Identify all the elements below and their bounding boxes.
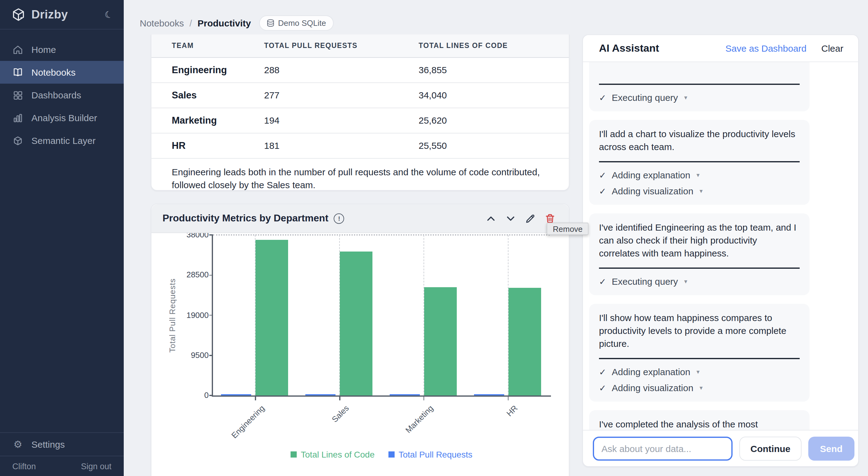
sidebar-item-semantic-layer[interactable]: Semantic Layer <box>0 129 124 152</box>
datasource-badge-label: Demo SQLite <box>278 19 326 28</box>
step-row[interactable]: ✓Executing query▾ <box>599 275 800 288</box>
breadcrumb-notebooks-link[interactable]: Notebooks <box>140 18 184 28</box>
sidebar-item-settings[interactable]: ⚙ Settings <box>0 432 124 456</box>
check-icon: ✓ <box>599 382 606 394</box>
pencil-icon <box>525 213 535 224</box>
assistant-message-text: I'll show how team happiness compares to… <box>599 311 800 350</box>
app-title: Drizby <box>31 8 104 21</box>
home-icon <box>12 44 23 55</box>
ask-data-input[interactable] <box>593 436 733 460</box>
assistant-message: I've identified Engineering as the top t… <box>589 213 809 295</box>
settings-label: Settings <box>31 439 65 449</box>
sidebar-item-label: Analysis Builder <box>31 112 97 123</box>
chart-toolbar <box>486 213 555 224</box>
bar-total-lines-of-code <box>256 240 288 396</box>
step-row[interactable]: ✓Adding visualization▾ <box>599 185 800 197</box>
table-cell: 181 <box>264 133 418 158</box>
check-icon: ✓ <box>599 275 606 288</box>
datasource-badge[interactable]: Demo SQLite <box>259 15 333 31</box>
save-as-dashboard-link[interactable]: Save as Dashboard <box>725 43 807 54</box>
step-label: Executing query <box>612 275 678 288</box>
sidebar-item-dashboards[interactable]: Dashboards <box>0 83 124 106</box>
bar-total-lines-of-code <box>508 287 541 396</box>
table-cell: 36,855 <box>418 57 569 82</box>
main-area: Notebooks / Productivity Demo SQLite TEA… <box>124 0 868 476</box>
step-row[interactable]: ✓Executing query▾ <box>599 92 800 104</box>
assistant-message-text: I've identified Engineering as the top t… <box>599 221 800 260</box>
step-label: Adding visualization <box>612 382 693 394</box>
sidebar-item-label: Semantic Layer <box>31 135 95 146</box>
legend-item[interactable]: Total Pull Requests <box>388 449 472 460</box>
x-axis-tick-mark <box>255 397 256 400</box>
y-axis-title: Total Pull Requests <box>168 278 177 352</box>
legend-swatch <box>290 451 297 457</box>
ai-message-list: ✓Executing query▾I'll add a chart to vis… <box>589 62 858 430</box>
message-divider <box>599 268 800 269</box>
legend-label: Total Pull Requests <box>399 449 472 460</box>
sidebar-item-label: Dashboards <box>31 90 81 100</box>
info-icon[interactable]: ! <box>334 213 344 224</box>
check-icon: ✓ <box>599 169 606 181</box>
edit-button[interactable] <box>525 213 535 224</box>
caret-down-icon: ▾ <box>684 92 687 104</box>
step-row[interactable]: ✓Adding visualization▾ <box>599 382 800 394</box>
step-label: Executing query <box>612 92 678 104</box>
assistant-message: I've completed the analysis of the most … <box>589 410 809 430</box>
clear-link[interactable]: Clear <box>821 43 843 54</box>
sidebar-item-home[interactable]: Home <box>0 38 124 61</box>
step-label: Adding explanation <box>612 169 690 181</box>
x-axis-tick-mark <box>339 397 340 400</box>
step-row[interactable]: ✓Adding explanation▾ <box>599 366 800 378</box>
column-header-team: TEAM <box>151 34 264 57</box>
dark-mode-toggle-moon-icon[interactable]: ☾ <box>103 8 114 21</box>
sign-out-link[interactable]: Sign out <box>81 462 112 471</box>
chevron-up-icon <box>486 213 496 224</box>
message-divider <box>599 358 800 359</box>
caret-down-icon: ▾ <box>700 185 703 197</box>
user-row: Clifton Sign out <box>0 456 124 476</box>
max-gridline <box>213 234 550 236</box>
sidebar-item-analysis-builder[interactable]: Analysis Builder <box>0 106 124 129</box>
send-button[interactable]: Send <box>808 436 854 460</box>
remove-tooltip: Remove <box>547 223 589 235</box>
sidebar-item-notebooks[interactable]: Notebooks <box>0 61 124 83</box>
column-header-total-lines-of-code: TOTAL LINES OF CODE <box>418 34 569 57</box>
page-title: Productivity <box>197 18 251 28</box>
step-row[interactable]: ✓Adding explanation▾ <box>599 169 800 181</box>
table-cell: 194 <box>264 108 418 133</box>
sidebar-nav: Home Notebooks Dashboards Analysis Build… <box>0 30 124 152</box>
remove-button[interactable] <box>545 213 555 224</box>
check-icon: ✓ <box>599 92 606 104</box>
table-cell: 277 <box>264 82 418 108</box>
y-axis-tick-label: 38000 <box>181 233 209 239</box>
legend-label: Total Lines of Code <box>301 449 375 460</box>
assistant-message-text: I've completed the analysis of the most … <box>599 417 800 430</box>
y-axis-tick-label: 0 <box>181 390 209 400</box>
chart-card: Productivity Metrics by Department ! Rem… <box>151 204 569 476</box>
table-cell: 25,620 <box>418 108 569 133</box>
y-axis-tick-label: 19000 <box>181 310 209 319</box>
x-axis-tick-mark <box>424 397 425 400</box>
bar-chart: 09500190002850038000EngineeringSalesMark… <box>151 233 569 476</box>
move-down-button[interactable] <box>505 213 516 224</box>
move-up-button[interactable] <box>486 213 496 224</box>
table-row: Marketing19425,620 <box>151 108 569 133</box>
table-cell: Sales <box>151 82 264 108</box>
y-axis-line <box>212 235 213 397</box>
username: Clifton <box>12 462 36 471</box>
caret-down-icon: ▾ <box>684 275 687 288</box>
bar-chart-icon <box>12 112 23 123</box>
assistant-message: I'll add a chart to visualize the produc… <box>589 120 809 205</box>
gear-icon: ⚙ <box>12 439 23 450</box>
y-axis-tick-label: 28500 <box>181 270 209 279</box>
ai-assistant-title: AI Assistant <box>599 42 659 55</box>
caret-down-icon: ▾ <box>696 169 700 181</box>
sidebar: Drizby ☾ Home Notebooks Dashboards Analy… <box>0 0 124 476</box>
legend-item[interactable]: Total Lines of Code <box>290 449 375 460</box>
continue-button[interactable]: Continue <box>739 436 802 460</box>
legend-swatch <box>388 451 394 457</box>
sidebar-item-label: Home <box>31 44 56 55</box>
table-cell: 288 <box>264 57 418 82</box>
trash-icon <box>545 213 555 224</box>
dashboard-grid-icon <box>12 90 23 101</box>
